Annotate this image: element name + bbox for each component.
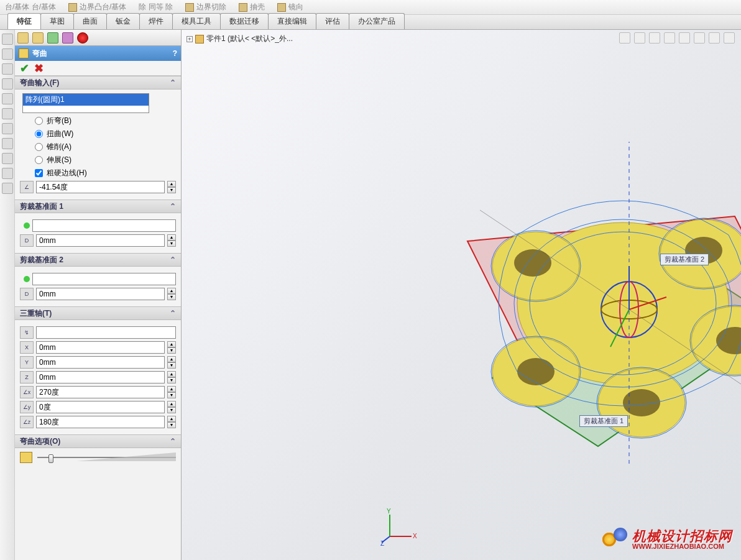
trim2-plane-input[interactable]: [32, 273, 176, 285]
section-icon[interactable]: [664, 32, 675, 44]
view-orient-icon[interactable]: [694, 32, 705, 44]
toolbar-item[interactable]: 台/基体 台/基体: [5, 2, 56, 12]
radio-taper[interactable]: [35, 143, 43, 151]
help-button[interactable]: ?: [173, 49, 177, 58]
triad-y-input[interactable]: [36, 356, 165, 369]
check-hardedges[interactable]: [35, 169, 43, 177]
tool-icon[interactable]: [2, 183, 13, 194]
triad-x-input[interactable]: [36, 341, 165, 354]
tab-office[interactable]: 办公室产品: [349, 13, 405, 29]
tool-icon[interactable]: [2, 63, 13, 75]
tab-datamigration[interactable]: 数据迁移: [220, 13, 269, 29]
zoom-area-icon[interactable]: [634, 32, 645, 44]
spin-up[interactable]: ▲: [167, 181, 176, 187]
angle-input[interactable]: [36, 181, 165, 193]
shell-icon: [239, 3, 247, 12]
rotate-icon[interactable]: [649, 32, 660, 44]
body-selection-list[interactable]: 阵列(圆周)1: [22, 93, 149, 113]
hide-show-icon[interactable]: [709, 32, 720, 44]
trim-plane-1-label[interactable]: 剪裁基准面 1: [579, 415, 628, 427]
triad-origin-input[interactable]: [36, 326, 176, 339]
tab-sheetmetal[interactable]: 钣金: [106, 13, 140, 29]
record-icon[interactable]: [77, 32, 88, 44]
triad-rz-input[interactable]: [36, 416, 165, 428]
collapse-icon[interactable]: ⌃: [170, 78, 176, 87]
display-style-icon[interactable]: [679, 32, 690, 44]
trim1-distance-input[interactable]: [36, 234, 165, 247]
spin-up[interactable]: ▲: [167, 288, 176, 294]
plane-marker-icon: [24, 276, 30, 282]
trim-plane-2-label[interactable]: 剪裁基准面 2: [660, 254, 709, 265]
tab-moldtools[interactable]: 模具工具: [172, 13, 221, 29]
tool-icon[interactable]: [2, 48, 13, 60]
tab-features[interactable]: 特征: [7, 13, 41, 29]
slider-thumb[interactable]: [48, 454, 53, 463]
watermark-title: 机械设计招标网: [632, 530, 732, 543]
spin-down[interactable]: ▼: [167, 241, 176, 247]
feature-tree-icon[interactable]: [17, 32, 29, 44]
property-icon[interactable]: [32, 32, 44, 44]
trim1-plane-input[interactable]: [32, 219, 176, 232]
tab-evaluate[interactable]: 评估: [316, 13, 349, 29]
tool-icon[interactable]: [2, 108, 13, 119]
appearance-icon[interactable]: [724, 32, 735, 44]
spin-up[interactable]: ▲: [167, 234, 176, 241]
watermark: 机械设计招标网 WWW.JIXIEZHAOBIAO.COM: [602, 528, 732, 551]
tool-icon[interactable]: [2, 123, 13, 134]
section-trim2[interactable]: 剪裁基准面 2 ⌃: [15, 253, 181, 267]
expand-icon[interactable]: +: [186, 36, 193, 42]
confirm-bar: ✔ ✖: [15, 61, 181, 76]
tab-weldments[interactable]: 焊件: [139, 13, 173, 29]
tool-icon[interactable]: [2, 138, 13, 149]
collapse-icon[interactable]: ⌃: [170, 202, 176, 211]
selected-body[interactable]: 阵列(圆周)1: [23, 94, 149, 106]
quality-slider[interactable]: [37, 452, 176, 462]
section-flex-input[interactable]: 弯曲输入(F) ⌃: [15, 76, 181, 90]
svg-text:Y: Y: [387, 508, 391, 515]
tool-icon[interactable]: [2, 34, 13, 45]
ry-icon: ∠y: [20, 401, 34, 413]
config-icon[interactable]: [47, 32, 58, 44]
toolbar-item[interactable]: 边界切除: [185, 2, 226, 12]
tab-surfaces[interactable]: 曲面: [73, 13, 107, 29]
triad-rx-input[interactable]: [36, 386, 165, 398]
toolbar-item[interactable]: 抽壳: [239, 2, 265, 12]
collapse-icon[interactable]: ⌃: [170, 309, 176, 318]
spin-down[interactable]: ▼: [167, 187, 176, 193]
radio-stretch[interactable]: [35, 156, 43, 164]
triad-ry-input[interactable]: [36, 401, 165, 413]
cancel-button[interactable]: ✖: [34, 62, 44, 75]
toolbar-item[interactable]: 除 同等 除: [139, 2, 173, 12]
tab-sketch[interactable]: 草图: [40, 13, 74, 29]
toolbar-item[interactable]: 镜向: [277, 2, 303, 12]
section-triad[interactable]: 三重轴(T) ⌃: [15, 306, 181, 320]
tool-icon[interactable]: [2, 168, 13, 179]
left-icon-bar: [0, 30, 15, 560]
breadcrumb[interactable]: + 零件1 (默认< <默认>_外...: [186, 34, 293, 44]
radio-twist[interactable]: [35, 130, 43, 138]
trim2-distance-input[interactable]: [36, 288, 165, 300]
origin-icon: ↯: [20, 326, 34, 339]
rz-icon: ∠z: [20, 416, 34, 428]
tool-icon[interactable]: [2, 153, 13, 164]
panel-title: 弯曲: [32, 48, 47, 59]
tool-icon[interactable]: [2, 78, 13, 90]
view-triad: X Y Z: [380, 508, 418, 548]
panel-title-bar: 弯曲 ?: [15, 46, 181, 61]
collapse-icon[interactable]: ⌃: [170, 437, 176, 446]
triad-z-input[interactable]: [36, 371, 165, 383]
collapse-icon[interactable]: ⌃: [170, 255, 176, 264]
boundary-cut-icon: [185, 3, 194, 12]
display-icon[interactable]: [62, 32, 73, 44]
viewport[interactable]: + 零件1 (默认< <默认>_外...: [182, 30, 741, 560]
tool-icon[interactable]: [2, 93, 13, 104]
section-trim1[interactable]: 剪裁基准面 1 ⌃: [15, 200, 181, 213]
ok-button[interactable]: ✔: [20, 62, 29, 75]
zoom-fit-icon[interactable]: [619, 32, 630, 44]
spin-down[interactable]: ▼: [167, 294, 176, 300]
toolbar-item[interactable]: 边界凸台/基体: [68, 2, 126, 12]
tab-directedit[interactable]: 直接编辑: [268, 13, 316, 29]
svg-text:Z: Z: [380, 540, 384, 546]
section-flex-options[interactable]: 弯曲选项(O) ⌃: [15, 434, 181, 448]
radio-bend[interactable]: [35, 117, 43, 125]
